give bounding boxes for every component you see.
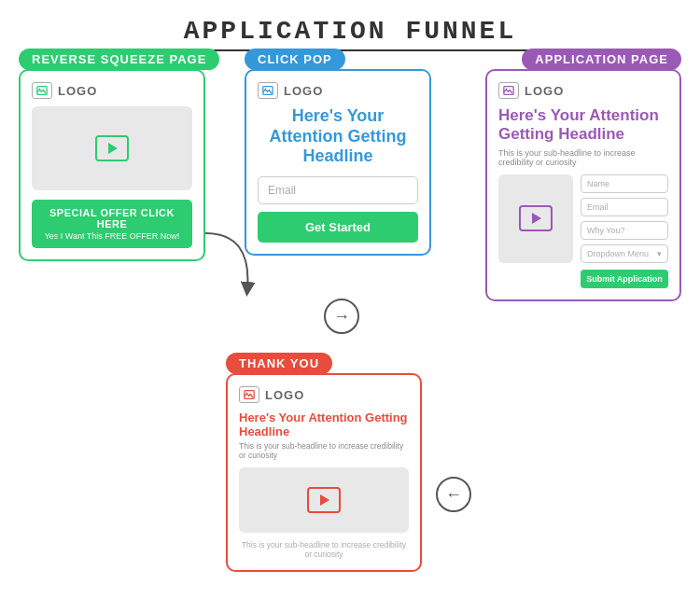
- cp-logo-text: LOGO: [284, 84, 323, 98]
- ap-email-field[interactable]: Email: [581, 198, 668, 216]
- ty-label: THANK YOU: [226, 353, 332, 374]
- svg-point-3: [265, 88, 267, 90]
- rsp-video: [32, 106, 192, 190]
- rsp-card: LOGO SPECIAL OFFER CLICK HERE Yes I Want…: [19, 69, 205, 261]
- ty-logo-text: LOGO: [265, 388, 304, 402]
- cp-logo-icon: [258, 82, 278, 99]
- ap-sub: This is your sub-headline to increase cr…: [498, 148, 668, 167]
- rsp-btn-title: SPECIAL OFFER CLICK HERE: [37, 207, 187, 230]
- arrow-right-icon: →: [333, 307, 350, 327]
- rsp-play-icon: [95, 135, 129, 161]
- ap-headline: Here's Your Attention Getting Headline: [498, 106, 668, 145]
- ap-content-area: Name Email Why You? Dropdown Menu ▾ Subm…: [498, 174, 668, 288]
- svg-point-1: [39, 88, 41, 90]
- ap-logo-icon: [498, 82, 519, 99]
- ap-video: [498, 174, 573, 263]
- cp-label: CLICK POP: [245, 49, 345, 70]
- ty-bottom-text: This is your sub-headline to increase cr…: [239, 540, 409, 559]
- ap-dropdown-text: Dropdown Menu: [587, 249, 649, 258]
- rsp-label: REVERSE SQUEEZE PAGE: [19, 49, 219, 70]
- ap-logo-row: LOGO: [498, 82, 668, 99]
- ap-play-icon: [519, 205, 553, 231]
- ty-card: LOGO Here's Your Attention Getting Headl…: [226, 373, 422, 572]
- ap-name-field[interactable]: Name: [581, 174, 668, 193]
- ap-label: APPLICATION PAGE: [522, 49, 681, 70]
- svg-point-5: [506, 88, 508, 90]
- cp-email-field[interactable]: Email: [258, 176, 418, 204]
- ap-card: LOGO Here's Your Attention Getting Headl…: [485, 69, 681, 301]
- svg-point-7: [246, 392, 248, 394]
- ap-dropdown[interactable]: Dropdown Menu ▾: [581, 244, 668, 263]
- ty-sub: This is your sub-headline to increase cr…: [239, 441, 409, 460]
- arrow-left-circle: ←: [436, 477, 471, 512]
- ty-play-triangle: [320, 494, 329, 506]
- arrow-right-circle: →: [324, 299, 359, 334]
- rsp-play-triangle: [108, 143, 118, 154]
- rsp-logo-text: LOGO: [58, 84, 97, 98]
- rsp-logo-icon: [32, 82, 52, 99]
- arrow-left-icon: ←: [445, 485, 462, 505]
- ty-logo-row: LOGO: [239, 386, 409, 403]
- rsp-btn-sub: Yes I Want This FREE OFFER Now!: [37, 231, 187, 241]
- ap-why-field[interactable]: Why You?: [581, 221, 668, 240]
- cp-logo-row: LOGO: [258, 82, 418, 99]
- cp-get-started-btn[interactable]: Get Started: [258, 212, 418, 243]
- ty-headline: Here's Your Attention Getting Headline: [239, 410, 409, 438]
- ty-logo-icon: [239, 386, 259, 403]
- curved-arrow: [201, 224, 257, 299]
- rsp-logo-row: LOGO: [32, 82, 192, 99]
- ap-play-triangle: [532, 213, 541, 224]
- ap-dropdown-icon: ▾: [657, 249, 662, 258]
- ty-play-icon: [307, 487, 341, 513]
- cp-card: LOGO Here's Your Attention Getting Headl…: [245, 69, 431, 256]
- ap-logo-text: LOGO: [525, 84, 564, 98]
- rsp-cta-btn[interactable]: SPECIAL OFFER CLICK HERE Yes I Want This…: [32, 200, 192, 248]
- cp-headline: Here's Your Attention Getting Headline: [258, 106, 418, 167]
- page-title: APPLICATION FUNNEL: [0, 17, 700, 46]
- ty-video: [239, 467, 409, 533]
- ap-submit-btn[interactable]: Submit Application: [581, 270, 668, 288]
- ap-form: Name Email Why You? Dropdown Menu ▾ Subm…: [581, 174, 668, 288]
